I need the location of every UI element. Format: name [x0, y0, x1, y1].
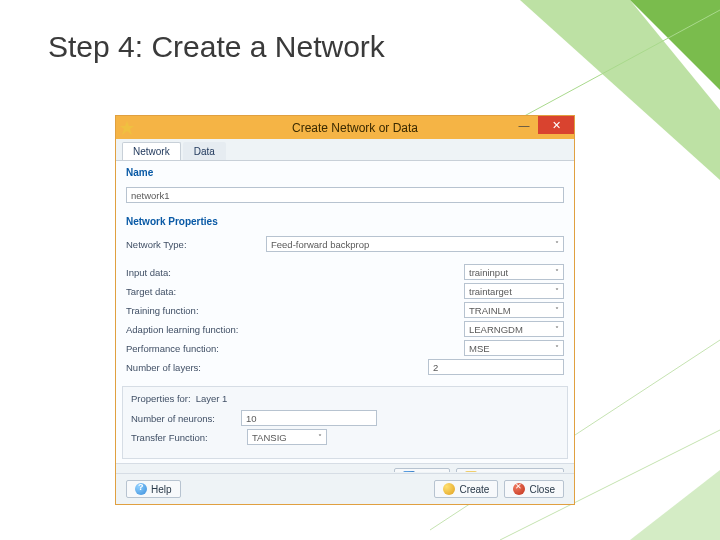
tab-data[interactable]: Data	[183, 142, 226, 160]
svg-marker-5	[630, 470, 720, 540]
network-type-label: Network Type:	[126, 239, 266, 250]
training-function-select[interactable]: TRAINLM	[464, 302, 564, 318]
adaption-function-select[interactable]: LEARNGDM	[464, 321, 564, 337]
restore-defaults-button[interactable]: Restore Defaults	[456, 468, 564, 472]
adaption-function-label: Adaption learning function:	[126, 324, 266, 335]
network-type-select[interactable]: Feed-forward backprop	[266, 236, 564, 252]
view-restore-row: View Restore Defaults	[116, 463, 574, 472]
content-area: Name Network Properties Network Type: Fe…	[116, 161, 574, 472]
training-function-label: Training function:	[126, 305, 266, 316]
window-title: Create Network or Data	[140, 121, 570, 135]
name-section-label: Name	[116, 161, 574, 180]
properties-for-label: Properties for:	[131, 393, 191, 404]
target-data-label: Target data:	[126, 286, 266, 297]
help-button[interactable]: Help	[126, 480, 181, 498]
transfer-function-label: Transfer Function:	[131, 432, 241, 443]
app-icon	[120, 121, 134, 135]
close-icon	[513, 483, 525, 495]
number-of-layers-input[interactable]	[428, 359, 564, 375]
help-icon	[135, 483, 147, 495]
titlebar[interactable]: Create Network or Data — ✕	[116, 116, 574, 139]
tabs: Network Data	[116, 139, 574, 161]
footer-button-row: Help Create Close	[116, 473, 574, 504]
transfer-function-select[interactable]: TANSIG	[247, 429, 327, 445]
input-data-select[interactable]: traininput	[464, 264, 564, 280]
performance-function-select[interactable]: MSE	[464, 340, 564, 356]
close-button[interactable]: Close	[504, 480, 564, 498]
view-icon	[403, 471, 415, 472]
network-name-input[interactable]	[126, 187, 564, 203]
props-section-label: Network Properties	[116, 210, 574, 229]
create-network-window: Create Network or Data — ✕ Network Data …	[115, 115, 575, 505]
number-of-neurons-label: Number of neurons:	[131, 413, 241, 424]
svg-marker-0	[630, 0, 720, 90]
layer-properties-panel: Properties for: Layer 1 Number of neuron…	[122, 386, 568, 459]
create-button[interactable]: Create	[434, 480, 498, 498]
properties-for-select[interactable]: Layer 1	[196, 393, 228, 404]
number-of-layers-label: Number of layers:	[126, 362, 266, 373]
number-of-neurons-input[interactable]	[241, 410, 377, 426]
view-button[interactable]: View	[394, 468, 450, 472]
performance-function-label: Performance function:	[126, 343, 266, 354]
tab-network[interactable]: Network	[122, 142, 181, 160]
target-data-select[interactable]: traintarget	[464, 283, 564, 299]
close-window-button[interactable]: ✕	[538, 116, 574, 134]
restore-icon	[465, 471, 477, 472]
slide-title: Step 4: Create a Network	[48, 30, 385, 64]
input-data-label: Input data:	[126, 267, 266, 278]
create-icon	[443, 483, 455, 495]
minimize-button[interactable]: —	[510, 116, 538, 134]
svg-marker-6	[120, 121, 134, 135]
